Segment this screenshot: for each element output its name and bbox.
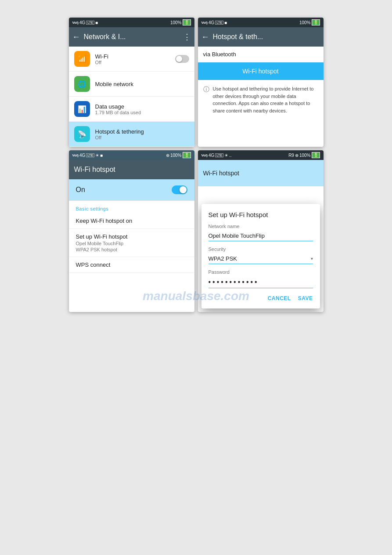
screen3-status-bar: Vol) 4G LTE ☀ ■ ⊕ 100% 🔋 — [69, 150, 194, 160]
screen1-app-bar: ← Network & I... ⋮ — [69, 27, 194, 47]
setup-wifi-subtitle2: WPA2 PSK hotspot — [76, 247, 187, 252]
keep-wifi-title: Keep Wi-Fi hotspot on — [76, 218, 187, 224]
password-value[interactable]: •••••••••••• — [209, 276, 313, 288]
setup-wifi-subtitle1: Opel Mobile TouchFlip — [76, 241, 187, 246]
screen2-title: Hotspot & teth... — [213, 33, 320, 41]
screen3-header: Wi-Fi hotspot — [69, 160, 194, 179]
screen4-setup-dialog: Vol) 4G LTE ☀ .. R9 ⊕ 100% 🔋 Wi-Fi hotsp… — [198, 150, 324, 312]
screen3-wifi-hotspot: Vol) 4G LTE ☀ ■ ⊕ 100% 🔋 Wi-Fi hotspot O… — [69, 150, 194, 312]
keep-wifi-item[interactable]: Keep Wi-Fi hotspot on — [69, 213, 194, 229]
security-value: WPA2 PSK — [209, 255, 237, 262]
screen4-bg: Wi-Fi hotspot — [198, 160, 324, 186]
save-button[interactable]: SAVE — [298, 295, 313, 301]
dialog-container: Set up Wi-Fi hotspot Network name Opel M… — [198, 204, 324, 308]
security-arrow-icon: ▾ — [311, 256, 313, 261]
screen1-network-settings: Vol) 4G LTE ■ 100% 🔋 ← Network & I... ⋮ — [69, 18, 194, 147]
hotspot-icon: 📡 — [74, 126, 90, 142]
menu-button[interactable]: ⋮ — [183, 32, 191, 42]
info-text: Use hotspot and tethering to provide Int… — [213, 85, 318, 114]
via-bluetooth-item[interactable]: via Bluetooth — [198, 47, 324, 62]
data-subtitle: 1.79 MB of data used — [95, 110, 189, 115]
password-label: Password — [209, 269, 313, 275]
hotspot-text: Hotspot & tethering Off — [95, 128, 189, 140]
wifi-item[interactable]: 📶 Wi-Fi Off — [69, 47, 194, 72]
back-button[interactable]: ← — [72, 33, 80, 42]
security-label: Security — [209, 247, 313, 252]
wifi-text: Wi-Fi Off — [95, 53, 170, 65]
dialog-title: Set up Wi-Fi hotspot — [209, 211, 313, 218]
mobile-network-item[interactable]: 🌐 Mobile network — [69, 72, 194, 97]
wifi-title: Wi-Fi — [95, 53, 170, 60]
hotspot-title: Hotspot & tethering — [95, 128, 189, 135]
on-label: On — [76, 186, 85, 194]
screen1-title: Network & I... — [84, 33, 180, 41]
basic-settings-label: Basic settings — [69, 201, 194, 213]
settings-list: 📶 Wi-Fi Off 🌐 Mobile network — [69, 47, 194, 147]
hotspot-subtitle: Off — [95, 135, 189, 140]
screen2-status-bar: Vol) 4G LTE ■ 100% 🔋 — [198, 18, 324, 27]
data-title: Data usage — [95, 103, 189, 110]
status-left: Vol) 4G LTE ■ — [72, 20, 98, 25]
mobile-title: Mobile network — [95, 81, 189, 87]
info-icon: ⓘ — [203, 86, 209, 94]
on-row[interactable]: On — [69, 179, 194, 201]
hotspot-list: via Bluetooth Wi-Fi hotspot ⓘ Use hotspo… — [198, 47, 324, 120]
screen1-status-bar: Vol) 4G LTE ■ 100% 🔋 — [69, 18, 194, 27]
screen4-status-bar: Vol) 4G LTE ☀ .. R9 ⊕ 100% 🔋 — [198, 150, 324, 160]
data-text: Data usage 1.79 MB of data used — [95, 103, 189, 115]
status-right: 100% 🔋 — [170, 19, 191, 25]
setup-wifi-item[interactable]: Set up Wi-Fi hotspot Opel Mobile TouchFl… — [69, 229, 194, 257]
security-select[interactable]: WPA2 PSK ▾ — [209, 254, 313, 264]
back-button-s2[interactable]: ← — [201, 33, 209, 42]
wifi-icon: 📶 — [74, 51, 90, 67]
mobile-text: Mobile network — [95, 81, 189, 87]
screen2-hotspot-tethering: Vol) 4G LTE ■ 100% 🔋 ← Hotspot & teth...… — [198, 18, 324, 147]
wifi-toggle[interactable] — [175, 55, 189, 63]
hotspot-item[interactable]: 📡 Hotspot & tethering Off — [69, 122, 194, 147]
wps-connect-title: WPS connect — [76, 261, 187, 268]
wifi-subtitle: Off — [95, 60, 170, 65]
dialog-actions: CANCEL SAVE — [209, 295, 313, 301]
mobile-icon: 🌐 — [74, 76, 90, 92]
wifi-hotspot-button[interactable]: Wi-Fi hotspot — [198, 62, 324, 80]
network-name-value[interactable]: Opel Mobile TouchFlip — [209, 231, 313, 241]
screen2-app-bar: ← Hotspot & teth... — [198, 27, 324, 47]
cancel-button[interactable]: CANCEL — [268, 295, 291, 301]
on-toggle[interactable] — [172, 185, 187, 194]
wps-connect-item[interactable]: WPS connect — [69, 257, 194, 273]
data-icon: 📊 — [74, 101, 90, 117]
setup-wifi-title: Set up Wi-Fi hotspot — [76, 233, 187, 240]
setup-dialog-box: Set up Wi-Fi hotspot Network name Opel M… — [201, 204, 320, 308]
data-usage-item[interactable]: 📊 Data usage 1.79 MB of data used — [69, 97, 194, 122]
info-section: ⓘ Use hotspot and tethering to provide I… — [198, 80, 324, 120]
network-name-label: Network name — [209, 224, 313, 229]
